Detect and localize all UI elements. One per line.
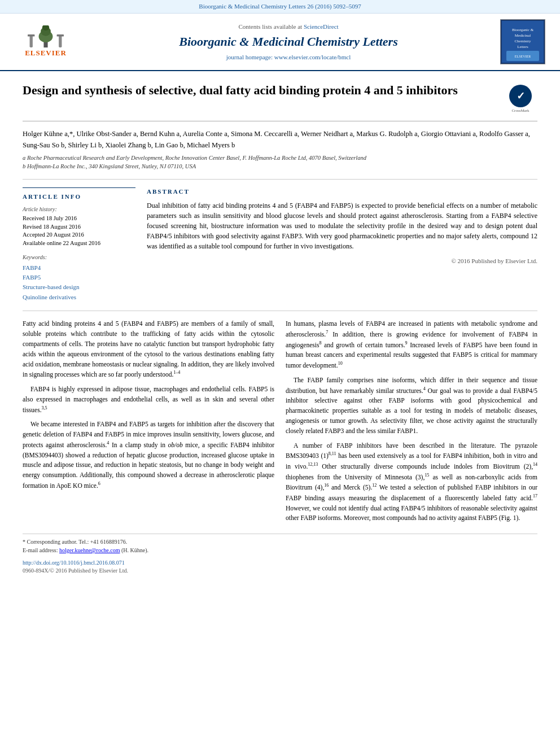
abstract-header: ABSTRACT [147,187,537,196]
elsevier-tree-icon [23,25,68,48]
authors-line: Holger Kühne a,*, Ulrike Obst-Sander a, … [23,128,537,151]
science-direct-line: Contents lists available at ScienceDirec… [82,23,495,31]
science-direct-label: Contents lists available at [238,23,302,30]
crossmark-svg: ✓ [510,86,531,106]
journal-cover-area: Bioorganic & Medicinal Chemistry Letters… [495,19,551,64]
page-wrapper: Bioorganic & Medicinal Chemistry Letters… [0,0,560,586]
keyword-quinoline: Quinoline derivatives [23,293,135,302]
corresponding-author-note: * Corresponding author. Tel.: +41 616889… [23,538,537,546]
abstract-copyright: © 2016 Published by Elsevier Ltd. [147,257,537,265]
svg-rect-5 [59,36,62,47]
article-info-box: ARTICLE INFO Article history: Received 1… [23,187,135,302]
svg-text:Chemistry: Chemistry [514,39,531,43]
svg-rect-4 [30,36,33,47]
doi-section: http://dx.doi.org/10.1016/j.bmcl.2016.08… [23,559,537,575]
doi-link[interactable]: http://dx.doi.org/10.1016/j.bmcl.2016.08… [23,559,537,567]
journal-cover-image: Bioorganic & Medicinal Chemistry Letters… [500,19,545,64]
keyword-fabp4: FABP4 [23,264,135,272]
body-para-3: We became interested in FABP4 and FABP5 … [23,420,274,491]
svg-rect-7 [57,34,64,37]
body-text-section: Fatty acid binding proteins 4 and 5 (FAB… [23,319,537,528]
abstract-column: ABSTRACT Dual inhibition of fatty acid b… [147,187,537,303]
article-title-section: Design and synthesis of selective, dual … [23,82,537,121]
article-info-column: ARTICLE INFO Article history: Received 1… [23,187,135,303]
crossmark-area[interactable]: ✓ CrossMark [504,85,537,114]
elsevier-logo: ELSEVIER [23,25,68,58]
body-col-right: In humans, plasma levels of FABP4 are in… [286,319,537,528]
journal-logo-area: ELSEVIER [9,25,82,58]
accepted-date: Accepted 20 August 2016 [23,231,135,239]
section-divider-2 [23,311,537,311]
crossmark-icon[interactable]: ✓ [509,85,532,107]
body-para-1: Fatty acid binding proteins 4 and 5 (FAB… [23,319,274,380]
footnote-section: * Corresponding author. Tel.: +41 616889… [23,534,537,575]
corresponding-author-text: * Corresponding author. Tel.: +41 616889… [23,539,127,545]
keywords-section: Keywords: FABP4 FABP5 Structure-based de… [23,254,135,302]
affiliations: a Roche Pharmaceutical Research and Earl… [23,154,537,171]
body-para-4: In humans, plasma levels of FABP4 are in… [286,319,537,371]
keyword-structure: Structure-based design [23,283,135,291]
keywords-label: Keywords: [23,254,135,261]
top-banner: Bioorganic & Medicinal Chemistry Letters… [0,0,560,14]
body-para-2: FABP4 is highly expressed in adipose tis… [23,385,274,415]
email-link[interactable]: holger.kuehne@roche.com [59,547,120,553]
article-info-header: ARTICLE INFO [23,193,135,201]
history-label: Article history: [23,206,135,213]
revised-date: Revised 18 August 2016 [23,223,135,231]
section-divider-1 [23,179,537,180]
banner-text: Bioorganic & Medicinal Chemistry Letters… [199,3,361,10]
keyword-fabp5: FABP5 [23,273,135,282]
science-direct-link[interactable]: ScienceDirect [304,23,339,30]
issn-text: 0960-894X/© 2016 Published by Elsevier L… [23,567,537,575]
received-date: Received 18 July 2016 [23,215,135,223]
journal-header: ELSEVIER Contents lists available at Sci… [0,14,560,71]
abstract-text: Dual inhibition of fatty acid binding pr… [147,200,537,251]
svg-text:Bioorganic &: Bioorganic & [512,28,534,32]
body-para-6: A number of FABP inhibitors have been de… [286,441,537,524]
svg-rect-6 [28,34,34,37]
affiliation-b: b Hoffmann-La Roche Inc., 340 Kingsland … [23,163,537,171]
body-col-left: Fatty acid binding proteins 4 and 5 (FAB… [23,319,274,528]
main-content: Design and synthesis of selective, dual … [0,71,560,586]
authors-text: Holger Kühne a,*, Ulrike Obst-Sander a, … [23,130,530,149]
elsevier-text-label: ELSEVIER [25,48,67,58]
body-para-5: The FABP family comprises nine isoforms,… [286,375,537,436]
svg-text:✓: ✓ [517,90,525,102]
history-group: Article history: Received 18 July 2016 R… [23,206,135,248]
journal-title: Bioorganic & Medicinal Chemistry Letters [82,33,495,51]
article-title: Design and synthesis of selective, dual … [23,82,498,99]
info-abstract-section: ARTICLE INFO Article history: Received 1… [23,187,537,303]
email-name: (H. Kühne). [121,547,148,553]
journal-header-center: Contents lists available at ScienceDirec… [82,23,495,62]
crossmark-label: CrossMark [511,108,529,114]
svg-text:Letters: Letters [517,45,528,49]
email-note: E-mail address: holger.kuehne@roche.com … [23,546,537,554]
svg-text:Medicinal: Medicinal [515,33,531,38]
journal-homepage: journal homepage: www.elsevier.com/locat… [82,53,495,62]
cover-thumbnail-icon: Bioorganic & Medicinal Chemistry Letters… [501,20,545,64]
svg-text:ELSEVIER: ELSEVIER [515,55,531,58]
affiliation-a: a Roche Pharmaceutical Research and Earl… [23,154,537,163]
email-label: E-mail address: [23,547,58,553]
available-date: Available online 22 August 2016 [23,239,135,248]
